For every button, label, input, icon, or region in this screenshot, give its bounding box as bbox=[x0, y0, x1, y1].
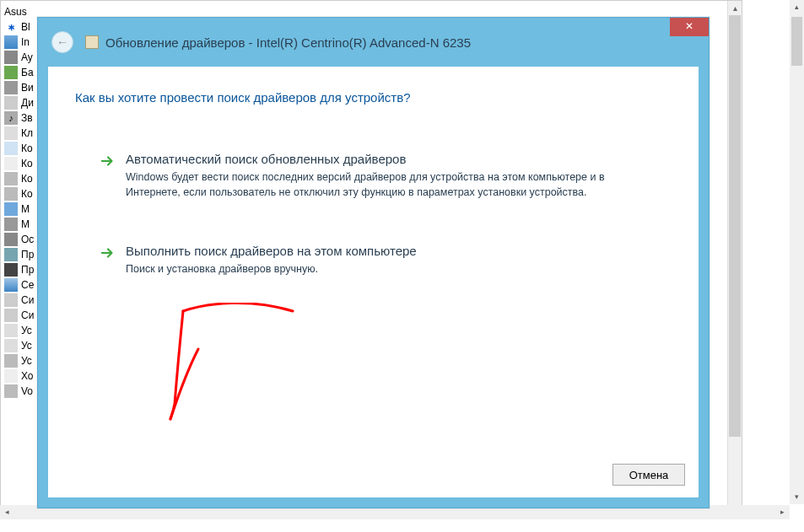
scroll-up-icon[interactable]: ▴ bbox=[728, 1, 742, 15]
option-description: Windows будет вести поиск последних верс… bbox=[126, 169, 639, 200]
tree-item-label: Кл bbox=[21, 127, 33, 139]
tree-item-label: Vo bbox=[21, 385, 33, 397]
tree-item-label: Пр bbox=[21, 264, 34, 276]
device-category-icon bbox=[4, 339, 18, 352]
tree-item-label: М bbox=[21, 203, 30, 215]
tree-item-label: Хо bbox=[21, 370, 34, 382]
option-auto-search[interactable]: Автоматический поиск обновленных драйвер… bbox=[92, 145, 648, 212]
device-category-icon: ∗ bbox=[4, 20, 18, 34]
device-category-icon bbox=[4, 248, 18, 261]
device-category-icon bbox=[4, 202, 18, 216]
device-category-icon bbox=[4, 187, 18, 201]
device-category-icon bbox=[4, 233, 18, 246]
device-category-icon bbox=[4, 51, 18, 64]
tree-item-label: Ау bbox=[21, 51, 33, 63]
device-category-icon bbox=[4, 81, 18, 94]
tree-item-label: Се bbox=[21, 279, 34, 291]
scroll-up-icon[interactable]: ▴ bbox=[790, 0, 804, 14]
device-category-icon bbox=[4, 172, 18, 185]
device-category-icon bbox=[4, 293, 18, 307]
back-button[interactable]: ← bbox=[51, 31, 73, 53]
back-arrow-icon: ← bbox=[57, 35, 68, 49]
option-text: Выполнить поиск драйверов на этом компью… bbox=[126, 244, 639, 277]
tree-item-label: Ба bbox=[21, 67, 34, 78]
scrollbar-thumb[interactable] bbox=[729, 15, 741, 437]
option-description: Поиск и установка драйверов вручную. bbox=[126, 261, 639, 277]
panel-vertical-scrollbar[interactable]: ▴ ▾ bbox=[727, 1, 742, 513]
scroll-down-icon[interactable]: ▾ bbox=[790, 490, 804, 504]
scroll-left-icon[interactable]: ◂ bbox=[0, 505, 14, 519]
close-button[interactable]: ✕ bbox=[670, 18, 709, 36]
tree-item-label: Ус bbox=[21, 325, 32, 336]
dialog-header: ← Обновление драйверов - Intel(R) Centri… bbox=[38, 18, 709, 65]
tree-item-label: Ус bbox=[21, 355, 32, 367]
option-text: Автоматический поиск обновленных драйвер… bbox=[126, 152, 639, 200]
device-category-icon bbox=[4, 263, 18, 277]
dialog-title: Обновление драйверов - Intel(R) Centrino… bbox=[105, 35, 471, 50]
scroll-right-icon[interactable]: ▸ bbox=[775, 505, 790, 519]
tree-item-label: Ус bbox=[21, 340, 32, 352]
outer-vertical-scrollbar[interactable]: ▴ ▾ bbox=[790, 0, 804, 504]
arrow-right-icon bbox=[100, 245, 116, 261]
tree-item-label: Си bbox=[21, 309, 34, 321]
tree-item-label: Ко bbox=[21, 188, 33, 200]
tree-item-label: In bbox=[21, 36, 30, 48]
option-browse-computer[interactable]: Выполнить поиск драйверов на этом компью… bbox=[92, 237, 648, 288]
device-category-icon bbox=[4, 96, 18, 110]
dialog-question: Как вы хотите провести поиск драйверов д… bbox=[48, 67, 699, 105]
arrow-right-icon bbox=[100, 153, 116, 169]
dialog-buttons: Отмена bbox=[612, 464, 685, 486]
tree-item-label: Ко bbox=[21, 173, 33, 185]
device-category-icon: ♪ bbox=[4, 111, 18, 125]
device-category-icon bbox=[4, 126, 18, 140]
update-driver-dialog: ✕ ← Обновление драйверов - Intel(R) Cent… bbox=[37, 17, 710, 508]
red-annotation-mark bbox=[141, 303, 310, 429]
device-icon bbox=[85, 35, 99, 49]
device-category-icon bbox=[4, 384, 18, 398]
dialog-body: Как вы хотите провести поиск драйверов д… bbox=[48, 67, 699, 497]
tree-item-label: Зв bbox=[21, 112, 33, 124]
tree-item-label: Си bbox=[21, 294, 34, 306]
device-category-icon bbox=[4, 218, 18, 231]
scrollbar-thumb[interactable] bbox=[791, 17, 802, 66]
tree-item-label: Bl bbox=[21, 21, 30, 33]
device-category-icon bbox=[4, 324, 18, 337]
device-category-icon bbox=[4, 278, 18, 292]
options-list: Автоматический поиск обновленных драйвер… bbox=[48, 105, 699, 288]
tree-root[interactable]: Asus bbox=[1, 6, 170, 18]
cancel-button[interactable]: Отмена bbox=[612, 464, 685, 486]
device-category-icon bbox=[4, 369, 18, 383]
tree-item-label: Ко bbox=[21, 158, 33, 169]
device-category-icon bbox=[4, 309, 18, 322]
device-category-icon bbox=[4, 66, 18, 79]
option-title: Автоматический поиск обновленных драйвер… bbox=[126, 152, 639, 166]
tree-item-label: Ос bbox=[21, 234, 34, 245]
device-category-icon bbox=[4, 354, 18, 368]
device-category-icon bbox=[4, 35, 18, 49]
close-icon: ✕ bbox=[685, 20, 693, 32]
tree-item-label: Ди bbox=[21, 97, 34, 109]
option-title: Выполнить поиск драйверов на этом компью… bbox=[126, 244, 639, 258]
device-category-icon bbox=[4, 157, 18, 170]
tree-item-label: Ви bbox=[21, 82, 34, 94]
tree-item-label: М bbox=[21, 218, 30, 230]
tree-item-label: Ко bbox=[21, 142, 33, 154]
tree-item-label: Пр bbox=[21, 249, 34, 261]
device-category-icon bbox=[4, 142, 18, 155]
